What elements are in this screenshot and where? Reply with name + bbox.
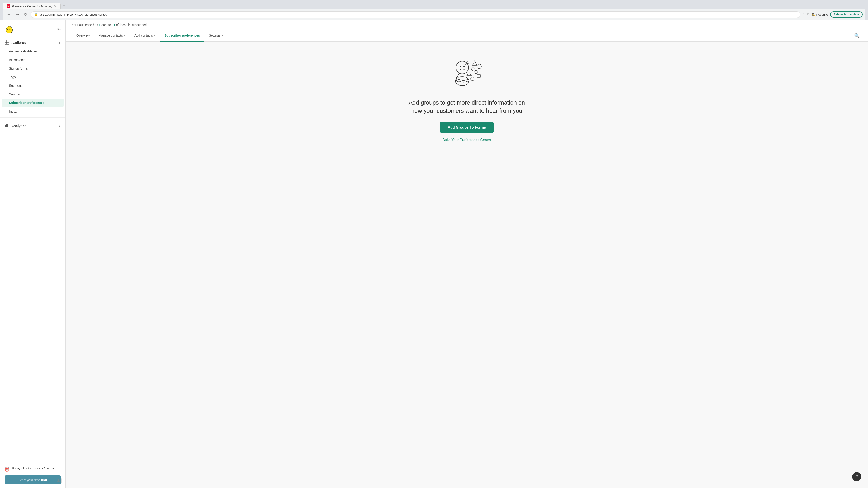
trial-clock-icon: ⏰	[4, 467, 9, 473]
svg-point-29	[466, 62, 468, 64]
browser-tabs: M Preference Center for Moodjoy ✕ +	[3, 2, 865, 9]
svg-text:M: M	[7, 5, 9, 7]
add-groups-to-forms-btn[interactable]: Add Groups To Forms	[440, 122, 494, 133]
svg-point-24	[474, 70, 477, 74]
incognito-icon: 🕵	[811, 13, 815, 16]
main-content: Your audience has 1 contact. 1 of these …	[66, 20, 868, 488]
new-tab-btn[interactable]: +	[61, 2, 68, 9]
address-bar[interactable]: 🔒 us21.admin.mailchimp.com/lists/prefere…	[31, 11, 800, 18]
sidebar-header: ⇤	[0, 20, 65, 36]
start-trial-btn[interactable]: Start your free trial	[4, 475, 61, 484]
groups-illustration	[442, 55, 492, 91]
svg-point-18	[463, 66, 465, 67]
browser-chrome: M Preference Center for Moodjoy ✕ + ← → …	[0, 0, 868, 20]
tab-navigation: Overview Manage contacts ▾ Add contacts …	[66, 30, 868, 41]
app: ⇤ Audience ▲ Audience dashboard All cont…	[0, 20, 868, 488]
browser-toolbar-right: ☆ ⧉ 🕵 Incognito Relaunch to update	[802, 11, 863, 18]
subscriber-preferences-content: Add groups to get more direct informatio…	[66, 41, 868, 488]
trial-info: ⏰ 89 days left to access a free trial.	[4, 466, 61, 473]
svg-point-5	[10, 28, 10, 28]
tab-title: Preference Center for Moodjoy	[12, 4, 52, 8]
bookmark-icon[interactable]: ☆	[802, 13, 805, 16]
trial-text: 89 days left to access a free trial.	[11, 466, 55, 470]
svg-rect-23	[471, 67, 475, 71]
svg-point-28	[465, 63, 466, 64]
active-tab[interactable]: M Preference Center for Moodjoy ✕	[3, 3, 61, 9]
sidebar-item-surveys[interactable]: Surveys	[2, 90, 64, 98]
sidebar-item-all-contacts[interactable]: All contacts	[2, 56, 64, 64]
sidebar-item-signup-forms[interactable]: Signup forms	[2, 64, 64, 72]
svg-rect-11	[5, 125, 6, 127]
svg-rect-15	[59, 479, 60, 482]
svg-rect-13	[7, 124, 8, 127]
add-contacts-chevron: ▾	[154, 34, 156, 37]
relaunch-btn[interactable]: Relaunch to update	[830, 11, 863, 18]
svg-rect-7	[5, 40, 6, 42]
tab-manage-contacts[interactable]: Manage contacts ▾	[94, 30, 130, 41]
audience-text-suffix: of these is subscribed.	[116, 23, 148, 27]
settings-chevron: ▾	[222, 34, 223, 37]
tab-overview[interactable]: Overview	[72, 30, 94, 41]
analytics-toggle-icon: ∨	[59, 124, 61, 127]
audience-info-bar: Your audience has 1 contact. 1 of these …	[66, 20, 868, 30]
svg-point-22	[477, 64, 482, 69]
sidebar-collapse-icon[interactable]: ⇤	[57, 27, 61, 32]
svg-rect-12	[6, 125, 7, 127]
svg-rect-9	[5, 42, 6, 44]
subscribed-count: 1	[114, 23, 115, 27]
tab-search-btn[interactable]: 🔍	[852, 31, 862, 40]
sidebar-item-subscriber-preferences[interactable]: Subscriber preferences	[2, 99, 64, 107]
sidebar-item-segments[interactable]: Segments	[2, 82, 64, 90]
refresh-btn[interactable]: ↻	[23, 11, 29, 18]
back-btn[interactable]: ←	[5, 11, 12, 18]
help-btn[interactable]: ?	[852, 472, 861, 481]
audience-icon	[4, 40, 9, 45]
sidebar-item-inbox[interactable]: Inbox	[2, 107, 64, 116]
lock-icon: 🔒	[34, 13, 38, 16]
build-preferences-center-link[interactable]: Build Your Preferences Center	[442, 138, 491, 142]
contact-count: 1	[99, 23, 101, 27]
manage-contacts-chevron: ▾	[124, 34, 125, 37]
sidebar-audience-title: Audience	[11, 41, 27, 44]
sidebar: ⇤ Audience ▲ Audience dashboard All cont…	[0, 20, 66, 488]
analytics-icon	[4, 123, 9, 128]
sidebar-item-tags[interactable]: Tags	[2, 73, 64, 81]
svg-rect-14	[57, 479, 58, 482]
svg-marker-25	[467, 72, 471, 75]
tab-settings[interactable]: Settings ▾	[204, 30, 228, 41]
incognito-area: 🕵 Incognito	[811, 13, 828, 16]
svg-point-4	[8, 28, 9, 28]
tab-favicon: M	[6, 4, 10, 8]
tab-close-btn[interactable]: ✕	[54, 4, 57, 8]
split-tab-icon[interactable]: ⧉	[807, 13, 809, 16]
address-text: us21.admin.mailchimp.com/lists/preferenc…	[39, 13, 107, 16]
audience-text-middle: contact.	[101, 23, 114, 27]
browser-toolbar: ← → ↻ 🔒 us21.admin.mailchimp.com/lists/p…	[3, 9, 865, 20]
sidebar-item-audience-dashboard[interactable]: Audience dashboard	[2, 47, 64, 55]
incognito-label: Incognito	[816, 13, 828, 16]
sidebar-spacer	[0, 130, 65, 144]
tab-add-contacts[interactable]: Add contacts ▾	[130, 30, 160, 41]
sidebar-analytics-title: Analytics	[11, 124, 26, 128]
svg-rect-26	[477, 74, 480, 78]
svg-rect-10	[7, 42, 9, 44]
sidebar-analytics-section[interactable]: Analytics ∨	[0, 120, 65, 130]
sidebar-bottom-collapse-btn[interactable]	[55, 478, 62, 484]
mailchimp-logo	[4, 24, 14, 34]
audience-text-prefix: Your audience has	[72, 23, 99, 27]
svg-point-6	[11, 28, 12, 30]
tab-subscriber-preferences[interactable]: Subscriber preferences	[160, 30, 204, 41]
audience-toggle-icon: ▲	[58, 41, 61, 44]
sidebar-footer: ⏰ 89 days left to access a free trial. S…	[0, 463, 65, 488]
content-heading: Add groups to get more direct informatio…	[409, 98, 525, 115]
forward-btn[interactable]: →	[14, 11, 21, 18]
sidebar-divider	[0, 118, 65, 118]
svg-point-27	[471, 77, 474, 80]
sidebar-audience-section[interactable]: Audience ▲	[0, 36, 65, 47]
svg-rect-8	[7, 40, 9, 42]
svg-point-17	[460, 66, 461, 67]
